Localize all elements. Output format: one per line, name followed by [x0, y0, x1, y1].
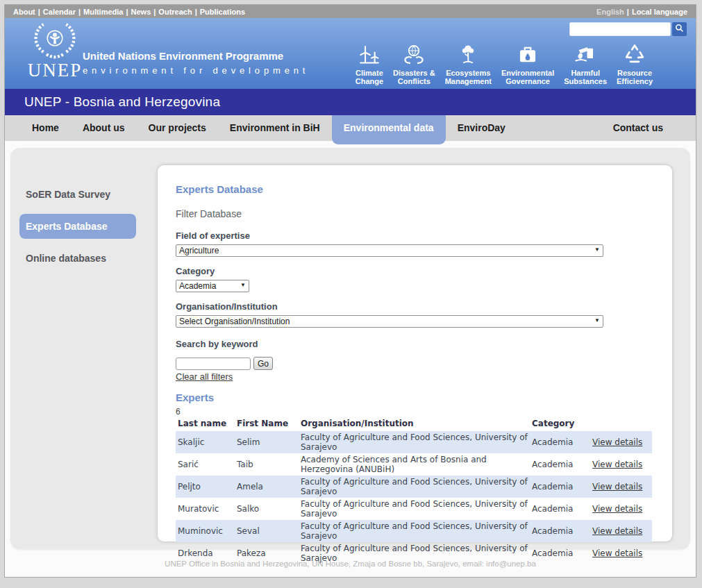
field-of-expertise-select[interactable]: Agriculture: [176, 244, 603, 257]
page: About|Calendar|Multimedia|News|Outreach|…: [4, 4, 696, 578]
menu-item-environmental-governance[interactable]: EnvironmentalGovernance: [501, 40, 554, 85]
topbar: About|Calendar|Multimedia|News|Outreach|…: [5, 5, 696, 18]
column-header-first-name: First Name: [237, 419, 301, 431]
search-icon: [675, 24, 684, 35]
keyword-input[interactable]: [176, 358, 251, 370]
topbar-separator: |: [195, 8, 197, 16]
recycle-icon: [623, 40, 646, 67]
sidebar: SoER Data SurveyExperts DatabaseOnline d…: [10, 148, 153, 271]
tab-enviroday[interactable]: EnviroDay: [446, 115, 517, 141]
header-search: [569, 22, 687, 36]
briefcase-droplet-icon: [516, 40, 540, 67]
experts-count: 6: [176, 407, 653, 417]
cell-actions: View details: [592, 520, 652, 542]
view-details-link[interactable]: View details: [592, 437, 642, 447]
cell-first-name: Taib: [237, 453, 301, 476]
menu-item-label: HarmfulSubstances: [564, 69, 607, 85]
cell-organisation: Faculty of Agriculture and Food Sciences…: [301, 498, 532, 520]
sidebar-item-online-databases[interactable]: Online databases: [19, 246, 136, 271]
view-details-link[interactable]: View details: [592, 548, 642, 558]
unep-logo[interactable]: UNEP: [20, 21, 90, 81]
page-title: Experts Database: [176, 183, 653, 195]
keyword-label: Search by keyword: [176, 339, 653, 349]
menu-item-ecosystems-management[interactable]: EcosystemsManagement: [445, 40, 492, 85]
topbar-link-multimedia[interactable]: Multimedia: [83, 8, 123, 16]
view-details-link[interactable]: View details: [592, 482, 642, 492]
experts-table-body: SkaljicSelimFaculty of Agriculture and F…: [176, 431, 652, 564]
language-local-link[interactable]: Local language: [632, 8, 687, 16]
topbar-link-about[interactable]: About: [13, 8, 35, 16]
site-title: UNEP - Bosnia and Herzegovina: [24, 94, 220, 110]
menu-item-disasters-conflicts[interactable]: Disasters &Conflicts: [393, 40, 435, 85]
organisation-select[interactable]: Select Organisation/Institution: [176, 315, 603, 328]
header-search-input[interactable]: [569, 22, 671, 36]
header-search-button[interactable]: [672, 22, 687, 36]
content-wrapper: SoER Data SurveyExperts DatabaseOnline d…: [10, 148, 690, 549]
language-separator: |: [627, 8, 629, 16]
main-nav: HomeAbout usOur projectsEnvironment in B…: [5, 115, 696, 141]
topbar-link-news[interactable]: News: [131, 8, 151, 16]
cell-last-name: Skaljic: [176, 431, 237, 453]
sidebar-item-experts-database[interactable]: Experts Database: [19, 214, 136, 239]
cell-category: Academia: [532, 520, 592, 542]
wind-turbines-icon: [357, 40, 382, 67]
experts-table-head-row: Last nameFirst NameOrganisation/Institut…: [176, 419, 652, 431]
topbar-separator: |: [126, 8, 128, 16]
language-english-link[interactable]: English: [596, 8, 624, 16]
tab-about-us[interactable]: About us: [71, 115, 137, 141]
topbar-link-outreach[interactable]: Outreach: [158, 8, 192, 16]
menu-item-resource-efficiency[interactable]: ResourceEfficiency: [617, 40, 653, 85]
topbar-link-calendar[interactable]: Calendar: [43, 8, 76, 16]
category-select-wrap: Academia ▼: [176, 279, 249, 292]
org-tagline: environment for development: [83, 65, 309, 76]
menu-item-label: EcosystemsManagement: [445, 69, 492, 85]
cell-category: Academia: [532, 431, 592, 453]
tab-home[interactable]: Home: [20, 115, 71, 141]
pouring-chemicals-icon: [573, 40, 598, 67]
cell-organisation: Faculty of Agriculture and Food Sciences…: [301, 431, 532, 453]
tab-our-projects[interactable]: Our projects: [137, 115, 218, 141]
cell-first-name: Selim: [237, 431, 301, 453]
language-switcher: English | Local language: [596, 8, 687, 16]
org-name: United Nations Environment Programme: [83, 50, 309, 62]
unep-logo-text: UNEP: [20, 60, 90, 81]
tree-icon: [457, 40, 479, 67]
view-details-link[interactable]: View details: [592, 526, 642, 536]
sidebar-item-soer-data-survey[interactable]: SoER Data Survey: [19, 182, 136, 207]
menu-item-label: EnvironmentalGovernance: [501, 69, 554, 85]
menu-item-label: ResourceEfficiency: [617, 69, 653, 85]
view-details-link[interactable]: View details: [592, 460, 642, 469]
menu-item-harmful-substances[interactable]: HarmfulSubstances: [564, 40, 607, 85]
column-header-actions: [592, 419, 652, 431]
field-of-expertise-select-wrap: Agriculture ▼: [176, 244, 603, 257]
menu-item-climate-change[interactable]: ClimateChange: [356, 40, 383, 85]
topbar-link-publications[interactable]: Publications: [200, 8, 245, 16]
cell-actions: View details: [592, 498, 652, 520]
site-header: UNEP United Nations Environment Programm…: [5, 18, 696, 89]
cell-last-name: Sarić: [176, 453, 237, 476]
view-details-link[interactable]: View details: [592, 504, 642, 514]
experts-table: Last nameFirst NameOrganisation/Institut…: [176, 419, 652, 564]
tab-environment-in-bih[interactable]: Environment in BiH: [218, 115, 332, 141]
field-of-expertise-label: Field of expertise: [176, 230, 653, 241]
site-title-band: UNEP - Bosnia and Herzegovina: [5, 89, 696, 115]
category-select[interactable]: Academia: [176, 280, 249, 292]
go-button[interactable]: Go: [253, 357, 273, 370]
table-row: SkaljicSelimFaculty of Agriculture and F…: [176, 431, 652, 453]
cell-actions: View details: [592, 453, 652, 476]
cell-first-name: Seval: [237, 520, 301, 542]
cell-organisation: Academy of Sciences and Arts of Bosnia a…: [301, 453, 532, 476]
cell-category: Academia: [532, 453, 592, 476]
topbar-separator: |: [38, 8, 40, 16]
tab-contact-us[interactable]: Contact us: [601, 115, 675, 141]
cell-organisation: Faculty of Agriculture and Food Sciences…: [301, 476, 532, 498]
topbar-separator: |: [153, 8, 156, 16]
organisation-label: Organisation/Institution: [176, 301, 653, 312]
table-row: MuminovicSevalFaculty of Agriculture and…: [176, 520, 652, 542]
tab-environmental-data[interactable]: Environmental data: [332, 115, 446, 144]
main-panel: Experts Database Filter Database Field o…: [158, 165, 672, 541]
cell-actions: View details: [592, 431, 652, 453]
clear-all-filters-link[interactable]: Clear all filters: [176, 371, 233, 382]
cell-organisation: Faculty of Agriculture and Food Sciences…: [301, 520, 532, 542]
cell-last-name: Muratovic: [176, 498, 237, 520]
